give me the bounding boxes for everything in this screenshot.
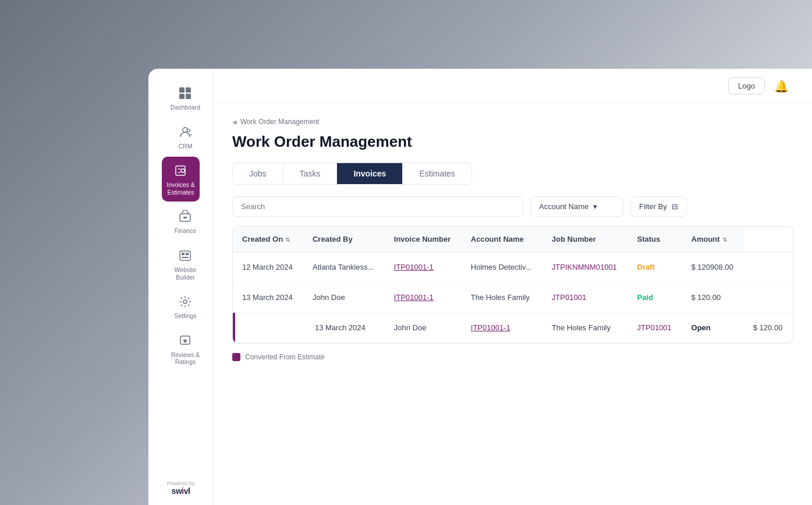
legend-label: Converted From Estimate	[245, 353, 325, 361]
col-header-job_number: Job Number	[542, 227, 628, 252]
sidebar-item-website[interactable]: Website Builder	[161, 242, 210, 287]
svg-point-7	[181, 169, 185, 172]
tab-tasks[interactable]: Tasks	[283, 163, 338, 184]
sidebar: DashboardCRMInvoices & EstimatesFinanceW…	[148, 69, 214, 505]
cell-invoice-number[interactable]: ITP01001-1	[462, 313, 542, 343]
filter-by-label: Filter By	[639, 202, 667, 211]
cell-created-by: John Doe	[385, 313, 462, 343]
sidebar-item-finance[interactable]: Finance	[161, 203, 210, 241]
cell-created-by: John Doe	[303, 282, 385, 313]
cell-status: Paid	[628, 282, 682, 313]
svg-rect-0	[179, 87, 185, 93]
table-body: 12 March 2024Atlanta Tankless...ITP01001…	[233, 252, 793, 343]
tab-jobs[interactable]: Jobs	[233, 163, 283, 184]
svg-rect-6	[176, 166, 185, 175]
cell-invoice-number[interactable]: ITP01001-1	[385, 282, 462, 313]
page-title: Work Order Management	[232, 133, 793, 151]
table-row[interactable]: 13 March 2024John DoeITP01001-1The Holes…	[233, 282, 793, 313]
svg-rect-1	[186, 87, 191, 93]
top-bar: Logo 🔔	[214, 69, 812, 104]
tab-estimates[interactable]: Estimates	[403, 163, 471, 184]
account-name-label: Account Name	[539, 202, 588, 211]
breadcrumb: ◀ Work Order Management	[232, 118, 793, 126]
logo-button[interactable]: Logo	[728, 77, 765, 94]
legend: Converted From Estimate	[232, 353, 793, 361]
sidebar-label-invoices: Invoices & Estimates	[166, 181, 194, 196]
col-header-status: Status	[628, 227, 682, 252]
cell-account-name: The Holes Family	[462, 282, 542, 313]
col-header-created_on[interactable]: Created On⇅	[233, 227, 303, 252]
cell-job-number[interactable]: JTP01001	[628, 313, 682, 343]
table-container: Created On⇅Created ByInvoice NumberAccou…	[232, 226, 793, 344]
chevron-down-icon: ▾	[593, 202, 597, 211]
powered-by: Powered by swivl	[167, 481, 195, 505]
cell-account-name: The Holes Family	[542, 313, 628, 343]
sidebar-label-finance: Finance	[175, 227, 196, 235]
svg-rect-11	[183, 217, 187, 218]
reviews-icon	[177, 333, 193, 349]
sidebar-item-crm[interactable]: CRM	[161, 118, 210, 156]
content-area: ◀ Work Order Management Work Order Manag…	[214, 104, 812, 505]
table-row[interactable]: 13 March 2024John DoeITP01001-1The Holes…	[233, 313, 793, 343]
svg-point-16	[183, 300, 187, 303]
website-icon	[177, 248, 193, 264]
sort-icon-created_on: ⇅	[285, 236, 290, 243]
sidebar-label-settings: Settings	[175, 312, 197, 320]
settings-icon	[177, 294, 193, 310]
legend-dot	[232, 353, 240, 361]
col-header-invoice_number: Invoice Number	[385, 227, 462, 252]
col-header-created_by: Created By	[303, 227, 385, 252]
svg-rect-15	[182, 257, 189, 258]
cell-created-by: Atlanta Tankless...	[303, 252, 385, 282]
filter-icon: ⊟	[672, 202, 678, 211]
svg-rect-2	[179, 94, 185, 99]
cell-job-number[interactable]: JTPIKNMNM01001	[542, 252, 628, 282]
cell-amount: $ 120.00	[682, 282, 744, 313]
tab-invoices[interactable]: Invoices	[337, 163, 403, 184]
cell-created-on: 13 March 2024	[233, 282, 303, 313]
sidebar-item-dashboard[interactable]: Dashboard	[161, 79, 210, 117]
finance-icon	[177, 209, 193, 225]
table-row[interactable]: 12 March 2024Atlanta Tankless...ITP01001…	[233, 252, 793, 282]
svg-rect-13	[182, 253, 185, 255]
cell-amount: $ 120908.00	[682, 252, 744, 282]
sidebar-item-reviews[interactable]: Reviews & Ratings	[161, 327, 210, 372]
table-header: Created On⇅Created ByInvoice NumberAccou…	[233, 227, 793, 252]
sidebar-label-reviews: Reviews & Ratings	[171, 351, 200, 366]
sidebar-label-crm: CRM	[179, 143, 193, 150]
sidebar-item-invoices[interactable]: Invoices & Estimates	[162, 157, 199, 202]
col-header-amount[interactable]: Amount⇅	[682, 227, 744, 252]
crm-icon	[177, 124, 193, 140]
cell-created-on: 12 March 2024	[233, 252, 303, 282]
bell-icon[interactable]: 🔔	[774, 79, 789, 93]
filter-by-button[interactable]: Filter By ⊟	[630, 196, 687, 217]
svg-point-4	[183, 128, 187, 132]
svg-rect-3	[186, 94, 191, 99]
invoices-icon	[172, 163, 189, 179]
svg-rect-14	[186, 253, 189, 255]
cell-created-on: 13 March 2024	[303, 313, 385, 343]
svg-rect-12	[180, 251, 190, 260]
filter-bar: Account Name ▾ Filter By ⊟	[232, 196, 793, 217]
sidebar-label-website: Website Builder	[175, 266, 197, 281]
tabs-container: JobsTasksInvoicesEstimates	[232, 163, 472, 185]
breadcrumb-arrow: ◀	[232, 119, 237, 125]
cell-account-name: Holmes Detectiv...	[462, 252, 542, 282]
sidebar-item-settings[interactable]: Settings	[161, 288, 210, 326]
cell-status: Draft	[628, 252, 682, 282]
cell-status: Open	[682, 313, 744, 343]
sidebar-label-dashboard: Dashboard	[171, 104, 200, 111]
col-header-account_name: Account Name	[462, 227, 542, 252]
sort-icon-amount: ⇅	[722, 236, 727, 243]
dashboard-icon	[177, 85, 193, 101]
cell-amount: $ 120.00	[744, 313, 793, 343]
row-accent-bar	[233, 313, 235, 342]
search-input[interactable]	[232, 196, 523, 217]
cell-job-number[interactable]: JTP01001	[542, 282, 628, 313]
breadcrumb-item: Work Order Management	[240, 118, 319, 126]
cell-invoice-number[interactable]: ITP01001-1	[385, 252, 462, 282]
swivl-logo: swivl	[167, 486, 195, 496]
invoices-table: Created On⇅Created ByInvoice NumberAccou…	[233, 227, 793, 343]
account-name-select[interactable]: Account Name ▾	[530, 196, 623, 217]
